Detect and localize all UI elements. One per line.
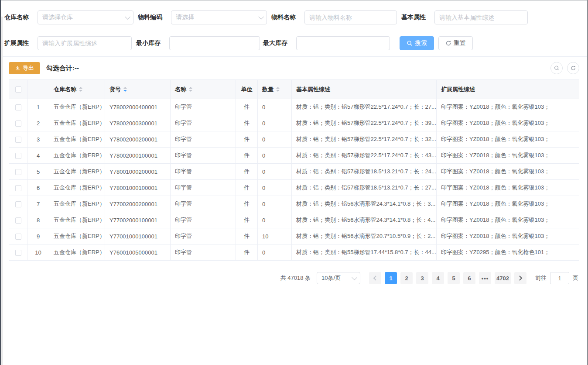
material-name-label: 物料名称: [271, 14, 296, 21]
cell-index: 8: [27, 212, 49, 228]
filter-row-1: 仓库名称 请选择仓库 物料编码 请选择 物料名称 基本属性: [4, 10, 588, 24]
goto-page-input[interactable]: [550, 272, 569, 284]
cell-ext-attr: 印字图案：YZ0018；颜色：氧化雾银103；: [437, 131, 579, 148]
cell-name: 印字管: [171, 99, 236, 115]
code-header-label: 货号: [109, 86, 121, 93]
min-stock-input[interactable]: [174, 37, 255, 50]
row-checkbox[interactable]: [15, 185, 21, 191]
filter-max-stock: 最大库存: [263, 36, 390, 50]
cell-name: 印字管: [171, 212, 236, 228]
refresh-table-button[interactable]: [567, 62, 579, 74]
row-checkbox[interactable]: [15, 201, 21, 207]
page-button-1[interactable]: 1: [385, 272, 397, 284]
prev-page-button[interactable]: [369, 272, 381, 284]
table-row: 5 五金仓库（新ERP） Y78001000200001 印字管 件 0 材质：…: [9, 164, 579, 180]
row-checkbox[interactable]: [15, 153, 21, 159]
basic-attr-input[interactable]: [439, 11, 523, 24]
cell-ext-attr: 印字图案：YZ0018；颜色：氧化雾银103；: [437, 115, 579, 131]
select-all-checkbox[interactable]: [15, 86, 21, 93]
cell-warehouse: 五金仓库（新ERP）: [49, 99, 105, 115]
sort-carets-icon-active-desc[interactable]: [123, 87, 127, 92]
cell-name: 印字管: [171, 228, 236, 244]
row-checkbox[interactable]: [15, 121, 21, 127]
filter-row-2: 扩展属性 最小库存 最大库存 搜索: [4, 36, 588, 50]
sort-carets-icon[interactable]: [276, 87, 280, 92]
cell-basic-attr: 材质：铝；类别：铝56水滴形管20.7*10.5*0.9；长：2...: [292, 228, 437, 244]
filter-warehouse: 仓库名称 请选择仓库: [4, 10, 133, 24]
cell-qty: 0: [258, 131, 292, 148]
cell-unit: 件: [236, 212, 258, 228]
page-size-select[interactable]: 10条/页: [317, 272, 360, 284]
material-code-select[interactable]: 请选择: [171, 10, 267, 24]
cell-warehouse: 五金仓库（新ERP）: [49, 244, 105, 261]
cell-index: 7: [27, 196, 49, 212]
toggle-search-button[interactable]: [550, 62, 563, 74]
cell-ext-attr: 印字图案：YZ0018；颜色：氧化雾银103；: [437, 164, 579, 180]
export-button[interactable]: 导出: [9, 62, 40, 74]
search-button[interactable]: 搜索: [400, 36, 434, 50]
filter-material-name: 物料名称: [271, 10, 397, 24]
row-checkbox[interactable]: [15, 104, 21, 110]
row-select-cell: [9, 115, 27, 131]
page-button-3[interactable]: 3: [416, 272, 428, 284]
row-select-cell: [9, 148, 27, 164]
basic-attr-header-cell: 基本属性综述: [292, 80, 437, 99]
row-checkbox[interactable]: [15, 137, 21, 143]
row-checkbox[interactable]: [15, 217, 21, 224]
cell-warehouse: 五金仓库（新ERP）: [49, 131, 105, 148]
page-button-2[interactable]: 2: [400, 272, 413, 284]
page-button-4702[interactable]: 4702: [495, 272, 511, 284]
download-icon: [15, 65, 21, 71]
more-pages-button[interactable]: •••: [479, 272, 491, 284]
warehouse-select-placeholder: 请选择仓库: [42, 14, 73, 21]
page-button-4[interactable]: 4: [432, 272, 444, 284]
max-stock-field-wrap: [296, 36, 390, 50]
cell-name: 印字管: [171, 164, 236, 180]
basic-attr-field-wrap: [434, 10, 528, 24]
table-row: 9 五金仓库（新ERP） Y77001000100001 印字管 件 10 材质…: [9, 228, 579, 244]
cell-qty: 0: [258, 115, 292, 131]
row-select-cell: [9, 180, 27, 196]
reset-button[interactable]: 重置: [438, 36, 473, 50]
sort-carets-icon[interactable]: [79, 87, 82, 92]
search-button-label: 搜索: [415, 39, 427, 47]
basic-attr-label: 基本属性: [401, 14, 426, 21]
page-button-6[interactable]: 6: [463, 272, 475, 284]
code-header-cell[interactable]: 货号: [105, 80, 171, 99]
row-checkbox[interactable]: [15, 250, 21, 256]
sort-carets-icon[interactable]: [189, 87, 192, 92]
unit-header-label: 单位: [241, 86, 253, 93]
cell-qty: 0: [258, 196, 292, 212]
next-page-button[interactable]: [514, 272, 526, 284]
window-left-border: [0, 0, 1, 365]
name-header-label: 名称: [175, 86, 186, 93]
goto-page-group: 前往 页: [535, 272, 578, 284]
ext-attr-label: 扩展属性: [4, 39, 29, 47]
cell-qty: 10: [258, 228, 292, 244]
cell-basic-attr: 材质：铝；类别：铝57梯形管22.5*17.24*0.7；长：43...: [292, 148, 437, 164]
cell-index: 3: [27, 131, 49, 148]
name-header-cell[interactable]: 名称: [171, 80, 236, 99]
row-select-cell: [9, 131, 27, 148]
max-stock-input[interactable]: [301, 37, 385, 50]
cell-index: 1: [27, 99, 49, 115]
table-header-row: 仓库名称 货号 名称: [9, 80, 579, 99]
total-count-text: 共 47018 条: [280, 274, 311, 282]
cell-unit: 件: [236, 131, 258, 148]
row-checkbox[interactable]: [15, 234, 21, 240]
cell-qty: 0: [258, 180, 292, 196]
filter-min-stock: 最小库存: [136, 36, 260, 50]
qty-header-cell[interactable]: 数量: [258, 80, 292, 99]
material-name-input[interactable]: [309, 11, 392, 24]
search-icon: [554, 65, 560, 71]
pagination: 共 47018 条 10条/页 123456•••4702 前往 页: [0, 272, 578, 284]
page-button-5[interactable]: 5: [448, 272, 460, 284]
select-all-cell: [9, 80, 27, 99]
row-select-cell: [9, 212, 27, 228]
basic-attr-header-label: 基本属性综述: [296, 86, 330, 93]
warehouse-select[interactable]: 请选择仓库: [38, 10, 133, 24]
row-checkbox[interactable]: [15, 169, 21, 175]
warehouse-header-cell[interactable]: 仓库名称: [49, 80, 105, 99]
ext-attr-input[interactable]: [42, 37, 127, 50]
cell-unit: 件: [236, 244, 258, 261]
